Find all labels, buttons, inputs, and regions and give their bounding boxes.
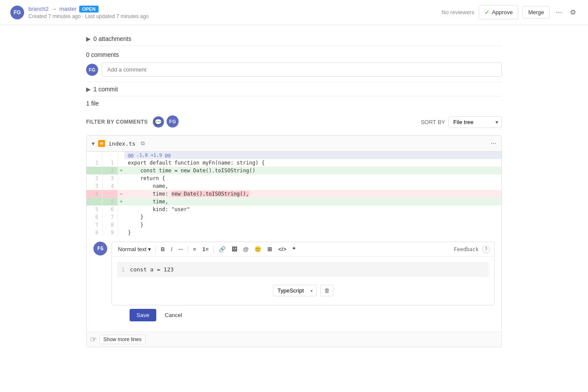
line-marker	[118, 182, 124, 190]
hunk-new-num	[102, 152, 118, 159]
line-new-num: 9	[102, 229, 118, 236]
diff-header-left: ▾ M index.ts ⧉	[92, 139, 146, 148]
code-line-code: const a = 123	[130, 266, 174, 273]
line-code: }	[124, 229, 501, 236]
copy-path-button[interactable]: ⧉	[139, 139, 146, 148]
image-button[interactable]: 🖼	[229, 245, 239, 254]
removed-highlight: new Date().toISOString(),	[171, 191, 249, 197]
feedback-label: Feedback	[454, 246, 479, 252]
comments-section: 0 comments FG	[86, 46, 502, 82]
save-button[interactable]: Save	[130, 309, 156, 321]
editor-actions: Save Cancel	[93, 305, 495, 327]
emoji-button[interactable]: 🙂	[252, 245, 263, 254]
line-code: }	[124, 221, 501, 229]
diff-table: @@ -1,8 +1,9 @@ 1 1 export default funct…	[87, 152, 501, 332]
filename: index.ts	[108, 140, 136, 147]
merge-button[interactable]: Merge	[523, 6, 550, 19]
chevron-right-icon-commits[interactable]: ▶	[86, 86, 91, 93]
line-code: kind: "user"	[124, 205, 501, 213]
quote-button[interactable]: ❝	[290, 245, 297, 254]
more-format-button[interactable]: ···	[176, 245, 185, 254]
toolbar-divider	[155, 246, 156, 253]
mention-button[interactable]: @	[241, 245, 251, 254]
line-new-num: 8	[102, 221, 118, 229]
arrow-icon: →	[51, 6, 57, 12]
branch-to: master	[59, 6, 77, 12]
sort-dropdown: File tree Alphabetical Changed lines	[449, 116, 502, 128]
line-code: time,	[124, 198, 501, 205]
ordered-list-button[interactable]: 1≡	[200, 245, 211, 254]
no-reviewers-label: No reviewers	[442, 9, 474, 16]
show-more-row[interactable]: ☞ Show more lines	[87, 332, 501, 347]
line-code: time: new Date().toISOString(),	[124, 190, 501, 198]
comment-editor-inner: FG Normal text ▾	[93, 242, 495, 305]
diff-line: 6 7 }	[87, 213, 501, 221]
comment-bubble-icon: 💬	[155, 118, 162, 125]
line-old-num	[87, 198, 102, 205]
settings-button[interactable]: ⚙	[568, 6, 578, 18]
editor-avatar: FG	[93, 242, 107, 255]
line-marker	[118, 205, 124, 213]
delete-code-block-button[interactable]: 🗑	[320, 285, 334, 296]
files-section: 1 file FILTER BY COMMENTS 💬 FG SORT BY	[86, 96, 502, 358]
cursor-icon: ☞	[90, 335, 97, 344]
show-more-lines-button[interactable]: Show more lines	[99, 335, 145, 344]
filter-user-avatar[interactable]: FG	[167, 115, 179, 128]
chevron-right-icon[interactable]: ▶	[86, 35, 91, 42]
cancel-button[interactable]: Cancel	[160, 309, 187, 321]
line-old-num: 6	[87, 213, 102, 221]
line-old-num: 2	[87, 174, 102, 182]
line-marker	[118, 159, 124, 167]
pr-header-left: FG branch2 → master OPEN Created 7 minut…	[10, 6, 149, 19]
comment-avatar: FG	[86, 64, 98, 76]
line-marker	[118, 174, 124, 182]
comment-input[interactable]	[102, 62, 502, 77]
diff-line: 5 6 kind: "user"	[87, 205, 501, 213]
chevron-down-icon: ▾	[148, 246, 151, 252]
main-content: ▶ 0 attachments 0 comments FG ▶ 1 commit…	[0, 25, 588, 364]
text-format-label: Normal text	[118, 246, 146, 252]
text-format-select[interactable]: Normal text ▾	[116, 245, 153, 253]
commits-label: 1 commit	[93, 86, 118, 93]
line-marker	[118, 213, 124, 221]
hunk-old-num	[87, 152, 102, 159]
line-code: return {	[124, 174, 501, 182]
collapse-button[interactable]: ▾	[92, 140, 95, 147]
code-button[interactable]: </>	[276, 245, 288, 254]
toolbar-feedback: Feedback ?	[454, 246, 490, 253]
comments-count: 0 comments	[86, 51, 502, 58]
code-block-editor[interactable]: 1const a = 123	[117, 262, 489, 277]
line-marker: −	[118, 190, 124, 198]
line-new-num: 3	[102, 174, 118, 182]
diff-line: 3 4 name,	[87, 182, 501, 190]
line-new-num: 1	[102, 159, 118, 167]
avatar: FG	[10, 6, 24, 19]
bold-button[interactable]: B	[158, 245, 167, 254]
help-label[interactable]: ?	[482, 246, 490, 253]
filter-label: FILTER BY COMMENTS	[86, 119, 148, 125]
diff-line-removed: 4 − time: new Date().toISOString(),	[87, 190, 501, 198]
approve-button[interactable]: ✓ Approve	[479, 5, 518, 19]
italic-button[interactable]: I	[169, 245, 175, 254]
line-code: name,	[124, 182, 501, 190]
filter-left: FILTER BY COMMENTS 💬 FG	[86, 115, 179, 128]
diff-line: 1 1 export default function myFn(name: s…	[87, 159, 501, 167]
diff-more-button[interactable]: ···	[491, 140, 496, 147]
unordered-list-button[interactable]: ≡	[191, 245, 198, 254]
files-count: 1 file	[86, 100, 502, 107]
lang-select: TypeScript JavaScript Python HTML CSS	[273, 285, 317, 296]
diff-header: ▾ M index.ts ⧉ ···	[87, 136, 501, 152]
more-options-button[interactable]: ···	[554, 6, 564, 19]
filter-bar: FILTER BY COMMENTS 💬 FG SORT BY File tre…	[86, 112, 502, 135]
line-new-num: 5	[102, 198, 118, 205]
link-button[interactable]: 🔗	[217, 245, 228, 254]
line-marker: +	[118, 198, 124, 205]
line-marker	[118, 221, 124, 229]
filter-comment-icon[interactable]: 💬	[152, 115, 165, 128]
sort-select[interactable]: File tree Alphabetical Changed lines	[449, 116, 502, 128]
line-code: const time = new Date().toISOString()	[124, 167, 501, 174]
diff-line: 2 3 return {	[87, 174, 501, 182]
pr-header: FG branch2 → master OPEN Created 7 minut…	[0, 0, 588, 25]
table-button[interactable]: ⊞	[265, 245, 274, 254]
language-select[interactable]: TypeScript JavaScript Python HTML CSS	[273, 285, 317, 296]
